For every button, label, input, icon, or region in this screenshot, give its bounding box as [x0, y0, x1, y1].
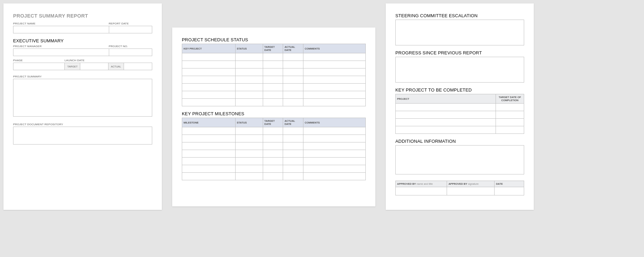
- page-1: PROJECT SUMMARY REPORT PROJECT NAME REPO…: [3, 3, 162, 210]
- row-pm-projno: PROJECT MANAGER PROJECT NO.: [13, 45, 152, 56]
- milestone-header-row: MILESTONE STATUS TARGET DATE ACTUAL DATE…: [182, 118, 366, 127]
- section-progress: PROGRESS SINCE PREVIOUS REPORT: [395, 50, 524, 55]
- label-phase: PHASE: [13, 59, 64, 62]
- table-row[interactable]: [182, 84, 366, 91]
- label-launch-date: LAUNCH DATE: [64, 59, 152, 62]
- input-progress[interactable]: [395, 57, 524, 83]
- label-project-summary: PROJECT SUMMARY: [13, 75, 152, 78]
- th-key-project: KEY PROJECT: [182, 44, 236, 53]
- table-row[interactable]: [182, 61, 366, 68]
- label-project-name: PROJECT NAME: [13, 22, 109, 25]
- section-exec-summary: EXECUTIVE SUMMARY: [13, 38, 152, 43]
- approval-row[interactable]: [396, 187, 524, 195]
- input-phase[interactable]: [13, 63, 64, 70]
- label-actual: ACTUAL: [108, 63, 124, 70]
- input-steering[interactable]: [395, 20, 524, 45]
- label-signature: signature: [468, 182, 479, 185]
- label-approved-by-2: APPROVED BY: [448, 182, 467, 185]
- input-project-docs[interactable]: [13, 127, 152, 144]
- label-name-title: name and title: [417, 182, 433, 185]
- table-row[interactable]: [182, 158, 366, 165]
- label-project-docs: PROJECT DOCUMENT REPOSITORY: [13, 123, 152, 126]
- table-row[interactable]: [182, 135, 366, 142]
- kp-header-row: PROJECT TARGET DATE OF COMPLETION: [396, 94, 524, 104]
- row-project-name-date: PROJECT NAME REPORT DATE: [13, 22, 152, 33]
- table-row[interactable]: [182, 76, 366, 84]
- th-m-actual-date: ACTUAL DATE: [283, 118, 303, 127]
- th-m-target-date: TARGET DATE: [263, 118, 283, 127]
- section-schedule-status: PROJECT SCHEDULE STATUS: [182, 37, 366, 42]
- th-milestone: MILESTONE: [182, 118, 236, 127]
- label-approved-by-1: APPROVED BY: [397, 182, 416, 185]
- approval-header-row: APPROVED BY name and title APPROVED BY s…: [396, 181, 524, 187]
- th-comments: COMMENTS: [303, 44, 365, 53]
- block-docs: PROJECT DOCUMENT REPOSITORY: [13, 123, 152, 144]
- input-additional[interactable]: [395, 145, 524, 174]
- row-phase-launch: PHASE LAUNCH DATE TARGET ACTUAL: [13, 59, 152, 70]
- table-row[interactable]: [182, 91, 366, 99]
- table-row[interactable]: [182, 173, 366, 180]
- table-row[interactable]: [182, 150, 366, 158]
- input-report-date[interactable]: [109, 26, 152, 33]
- report-title: PROJECT SUMMARY REPORT: [13, 13, 152, 19]
- table-row[interactable]: [182, 68, 366, 76]
- table-row[interactable]: [182, 142, 366, 150]
- th-target-date: TARGET DATE: [263, 44, 283, 53]
- schedule-table: KEY PROJECT STATUS TARGET DATE ACTUAL DA…: [182, 44, 366, 106]
- th-approved-sig: APPROVED BY signature: [447, 181, 495, 187]
- th-target-completion: TARGET DATE OF COMPLETION: [496, 94, 524, 104]
- table-row[interactable]: [396, 104, 524, 111]
- label-project-manager: PROJECT MANAGER: [13, 45, 109, 48]
- label-report-date: REPORT DATE: [109, 22, 152, 25]
- th-m-status: STATUS: [235, 118, 263, 127]
- th-approved-name: APPROVED BY name and title: [396, 181, 447, 187]
- page-3: STEERING COMMITTEE ESCALATION PROGRESS S…: [386, 3, 534, 210]
- input-project-no[interactable]: [109, 49, 152, 56]
- input-actual[interactable]: [124, 63, 152, 70]
- table-row[interactable]: [396, 111, 524, 119]
- section-key-project: KEY PROJECT TO BE COMPLETED: [395, 87, 524, 93]
- table-row[interactable]: [182, 127, 366, 135]
- key-project-table: PROJECT TARGET DATE OF COMPLETION: [395, 94, 524, 134]
- table-row[interactable]: [182, 165, 366, 173]
- th-status: STATUS: [235, 44, 263, 53]
- block-summary: PROJECT SUMMARY: [13, 75, 152, 117]
- input-project-manager[interactable]: [13, 49, 109, 56]
- table-row[interactable]: [182, 99, 366, 106]
- section-milestones: KEY PROJECT MILESTONES: [182, 111, 366, 116]
- label-project-no: PROJECT NO.: [109, 45, 152, 48]
- milestones-table: MILESTONE STATUS TARGET DATE ACTUAL DATE…: [182, 118, 366, 180]
- approval-table: APPROVED BY name and title APPROVED BY s…: [395, 181, 524, 195]
- th-date: DATE: [495, 181, 524, 187]
- page-2: PROJECT SCHEDULE STATUS KEY PROJECT STAT…: [172, 28, 375, 206]
- section-additional: ADDITIONAL INFORMATION: [395, 139, 524, 144]
- table-row[interactable]: [396, 126, 524, 134]
- table-row[interactable]: [182, 53, 366, 61]
- input-target[interactable]: [80, 63, 108, 70]
- section-steering: STEERING COMMITTEE ESCALATION: [395, 13, 524, 18]
- input-project-summary[interactable]: [13, 79, 152, 117]
- th-actual-date: ACTUAL DATE: [283, 44, 303, 53]
- th-project: PROJECT: [396, 94, 496, 104]
- input-project-name[interactable]: [13, 26, 109, 33]
- schedule-header-row: KEY PROJECT STATUS TARGET DATE ACTUAL DA…: [182, 44, 366, 53]
- launch-date-grid: TARGET ACTUAL: [64, 63, 152, 70]
- label-target: TARGET: [65, 63, 80, 70]
- table-row[interactable]: [396, 119, 524, 126]
- th-m-comments: COMMENTS: [303, 118, 365, 127]
